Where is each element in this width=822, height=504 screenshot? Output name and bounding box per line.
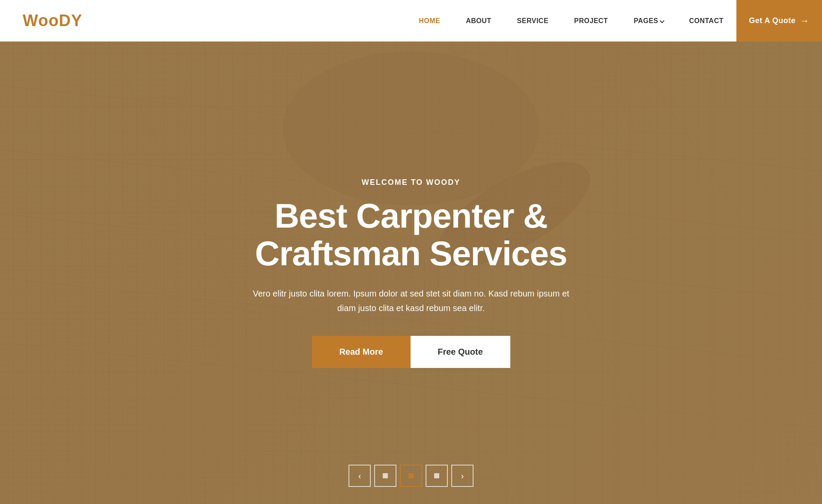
dot-inner-2 <box>408 473 414 478</box>
navbar: WooDY HOME ABOUT SERVICE PROJECT PAGES C… <box>0 0 822 42</box>
slider-next-button[interactable]: › <box>451 465 474 487</box>
slider-dot-3[interactable] <box>426 465 448 487</box>
get-quote-button[interactable]: Get A Quote → <box>736 0 822 42</box>
arrow-right-icon: → <box>800 15 810 27</box>
nav-item-about[interactable]: ABOUT <box>453 17 504 25</box>
nav-item-pages[interactable]: PAGES <box>621 17 676 25</box>
slider-dot-2[interactable] <box>400 465 422 487</box>
dot-inner-3 <box>434 473 439 478</box>
chevron-down-icon <box>660 17 663 25</box>
slider-prev-button[interactable]: ‹ <box>348 465 371 487</box>
hero-section: WELCOME TO WOODY Best Carpenter & Crafts… <box>0 0 822 504</box>
nav-item-project[interactable]: PROJECT <box>561 17 621 25</box>
hero-subtitle: WELCOME TO WOODY <box>362 178 461 187</box>
cta-label: Get A Quote <box>749 16 795 25</box>
nav-menu: HOME ABOUT SERVICE PROJECT PAGES CONTACT… <box>406 0 822 42</box>
slider-dots <box>374 465 448 487</box>
hero-buttons: Read More Free Quote <box>312 336 510 368</box>
slider-controls: ‹ › <box>348 465 474 487</box>
nav-item-home[interactable]: HOME <box>406 17 453 25</box>
nav-item-service[interactable]: SERVICE <box>504 17 561 25</box>
slider-dot-1[interactable] <box>374 465 396 487</box>
hero-title: Best Carpenter & Craftsman Services <box>218 197 604 273</box>
free-quote-button[interactable]: Free Quote <box>411 336 510 368</box>
hero-description: Vero elitr justo clita lorem. Ipsum dolo… <box>244 286 578 315</box>
read-more-button[interactable]: Read More <box>312 336 411 368</box>
brand-logo[interactable]: WooDY <box>0 12 82 30</box>
dot-inner-1 <box>383 473 388 478</box>
pages-label: PAGES <box>634 17 658 25</box>
hero-content: WELCOME TO WOODY Best Carpenter & Crafts… <box>218 136 604 368</box>
nav-item-contact[interactable]: CONTACT <box>676 17 736 25</box>
